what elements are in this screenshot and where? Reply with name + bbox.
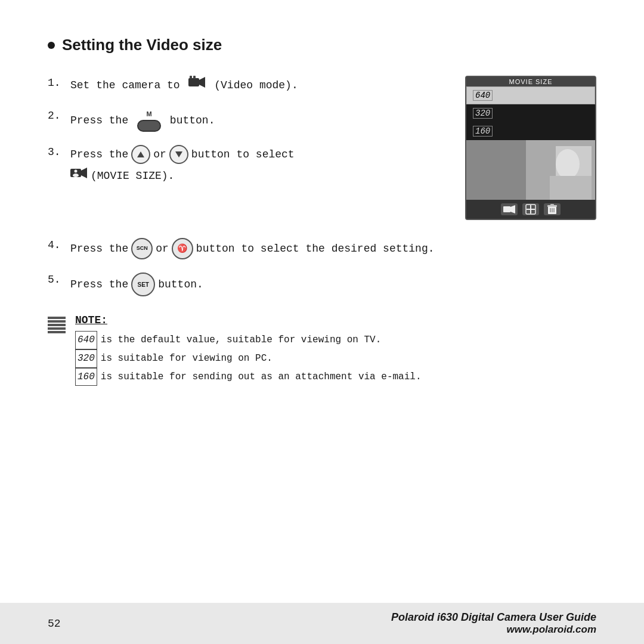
note-item-160: 160 is suitable for sending out as an at… [75, 368, 596, 386]
footer-url: www.polaroid.com [391, 624, 596, 636]
steps-left: 1. Set the camera to (Video mode). [48, 76, 441, 199]
step-2-text-after: button. [170, 114, 215, 126]
cam-delete-icon [544, 203, 561, 215]
step-4-text-after: button to select the desired setting. [196, 240, 435, 258]
cam-bottom-bar [466, 200, 595, 219]
step-3-text-before: Press the [70, 145, 128, 164]
tag-320: 320 [75, 349, 97, 368]
svg-marker-1 [199, 77, 205, 88]
step-3: 3. Press the or button to select [48, 145, 441, 186]
cam-title-bar: MOVIE SIZE [466, 77, 595, 86]
scn-button-icon: SCN [131, 238, 153, 259]
svg-marker-5 [175, 151, 182, 157]
note-title: NOTE: [75, 314, 596, 326]
m-button-icon: M [137, 109, 161, 132]
page-title: Setting the Video size [62, 36, 222, 54]
cam-menu-item-320: 320 [466, 104, 595, 122]
video-mode-icon [188, 76, 205, 95]
down-arrow-button-icon [169, 145, 188, 164]
step-2-number: 2. [48, 110, 64, 122]
svg-marker-4 [137, 151, 144, 157]
footer-brand-title: Polaroid i630 Digital Camera User Guide [391, 611, 596, 624]
s-button-icon: ♈ [172, 238, 193, 259]
step-5-body: Press the SET button. [70, 273, 203, 296]
step-4: 4. Press the SCN or ♈ button to select t… [48, 238, 596, 259]
svg-rect-0 [188, 78, 199, 86]
page-footer: 52 Polaroid i630 Digital Camera User Gui… [0, 603, 644, 644]
svg-rect-14 [550, 176, 592, 200]
step-4-number: 4. [48, 239, 64, 251]
svg-rect-2 [190, 76, 192, 79]
step-1-number: 1. [48, 77, 64, 89]
set-button-icon: SET [131, 273, 155, 296]
step-4-text-before: Press the [70, 240, 128, 258]
step-2-body: Press the M button. [70, 109, 215, 132]
step-3-or: or [153, 145, 166, 164]
svg-point-13 [556, 149, 580, 179]
step-5-text-after: button. [158, 275, 203, 294]
cam-video-icon [501, 203, 518, 215]
step-3-number: 3. [48, 146, 64, 158]
footer-page-number: 52 [48, 618, 61, 630]
section-title: Setting the Video size [48, 36, 596, 54]
page-content: Setting the Video size 1. Set the camera… [0, 0, 644, 445]
step-1-body: Set the camera to (Video mode). [70, 76, 298, 95]
step-4-body: Press the SCN or ♈ button to select the … [70, 238, 435, 259]
cam-image-area [466, 140, 595, 200]
step-5-number: 5. [48, 274, 64, 286]
step-1-text-after: (Video mode). [214, 79, 298, 91]
camera-screenshot: MOVIE SIZE 640 320 160 [465, 76, 596, 220]
svg-rect-3 [193, 76, 196, 79]
step-1-text-before: Set the camera to [70, 79, 180, 91]
cam-menu-items: 640 320 160 [466, 86, 595, 140]
svg-marker-16 [510, 205, 515, 213]
step-2: 2. Press the M button. [48, 109, 441, 132]
step-5: 5. Press the SET button. [48, 273, 596, 296]
footer-brand: Polaroid i630 Digital Camera User Guide … [391, 611, 596, 636]
step-4-or: or [156, 240, 169, 258]
step-3-body: Press the or button to select [70, 145, 295, 186]
step-1: 1. Set the camera to (Video mode). [48, 76, 441, 95]
note-content: NOTE: 640 is the default value, suitable… [75, 314, 596, 386]
steps-below: 4. Press the SCN or ♈ button to select t… [48, 238, 596, 296]
cam-menu-item-160: 160 [466, 122, 595, 140]
svg-rect-15 [503, 206, 510, 212]
note-item-640-text: is the default value, suitable for viewi… [101, 332, 381, 349]
step-3-text-after: button to select [191, 145, 295, 164]
svg-point-8 [73, 174, 79, 177]
bullet-point [48, 42, 55, 49]
svg-marker-9 [81, 168, 87, 178]
svg-rect-22 [550, 204, 554, 206]
cam-settings-icon [522, 203, 539, 215]
note-item-160-text: is suitable for sending out as an attach… [101, 369, 422, 386]
up-arrow-button-icon [131, 145, 150, 164]
note-item-640: 640 is the default value, suitable for v… [75, 331, 596, 349]
note-item-320-text: is suitable for viewing on PC. [101, 350, 273, 367]
svg-point-7 [75, 170, 78, 173]
svg-rect-18 [527, 209, 535, 210]
note-icon [48, 314, 66, 386]
step-3-mode-label: (MOVIE SIZE). [91, 167, 174, 185]
step-2-text-before: Press the [70, 114, 128, 126]
steps-and-image: 1. Set the camera to (Video mode). [48, 76, 596, 220]
note-item-320: 320 is suitable for viewing on PC. [75, 349, 596, 368]
cam-menu-item-640: 640 [466, 86, 595, 104]
tag-640: 640 [75, 331, 97, 349]
movie-mode-icon [70, 166, 87, 186]
tag-160: 160 [75, 368, 97, 386]
note-section: NOTE: 640 is the default value, suitable… [48, 314, 596, 386]
step-5-text-before: Press the [70, 275, 128, 294]
